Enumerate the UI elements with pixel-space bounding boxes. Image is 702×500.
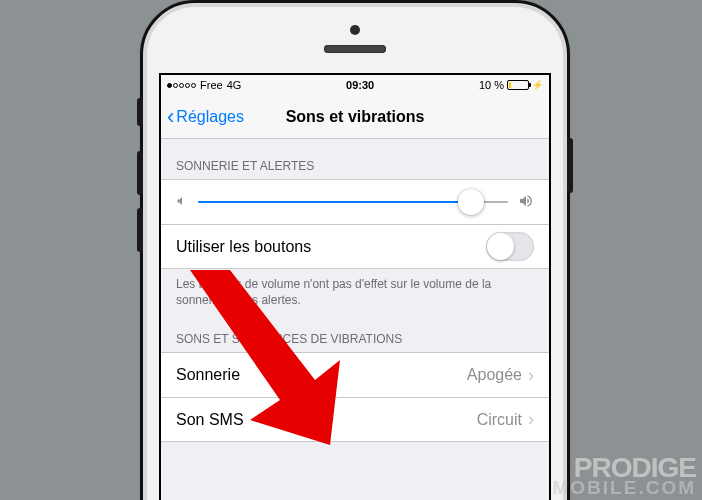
battery-icon: [507, 80, 529, 90]
use-buttons-switch[interactable]: [486, 232, 534, 261]
status-bar: Free 4G 09:30 10 % ⚡: [161, 75, 549, 95]
navigation-bar: ‹ Réglages Sons et vibrations: [161, 95, 549, 139]
volume-slider-row: [161, 180, 549, 224]
chevron-right-icon: ›: [528, 409, 534, 430]
battery-percent: 10 %: [479, 79, 504, 91]
signal-dots-icon: [167, 83, 196, 88]
page-title: Sons et vibrations: [286, 108, 425, 126]
charging-icon: ⚡: [532, 80, 543, 90]
sms-tone-value: Circuit: [477, 411, 522, 429]
carrier-label: Free: [200, 79, 223, 91]
sms-tone-label: Son SMS: [176, 411, 477, 429]
status-left: Free 4G: [167, 79, 241, 91]
chevron-left-icon: ‹: [167, 106, 174, 128]
back-label: Réglages: [176, 108, 244, 126]
volume-high-icon: [518, 193, 534, 212]
volume-up-button: [137, 151, 143, 195]
volume-slider[interactable]: [198, 201, 508, 203]
ringtone-label: Sonnerie: [176, 366, 467, 384]
watermark-line2: MOBILE.COM: [553, 480, 697, 496]
back-button[interactable]: ‹ Réglages: [167, 106, 244, 128]
ringtone-row[interactable]: Sonnerie Apogée ›: [161, 353, 549, 397]
status-right: 10 % ⚡: [479, 79, 543, 91]
volume-low-icon: [176, 195, 188, 210]
earpiece-speaker: [324, 45, 386, 53]
watermark: PRODIGE MOBILE.COM: [553, 456, 697, 496]
slider-thumb[interactable]: [458, 189, 484, 215]
section-footer-buttons: Les boutons de volume n'ont pas d'effet …: [161, 269, 549, 312]
mute-switch: [137, 98, 143, 126]
volume-down-button: [137, 208, 143, 252]
screen: Free 4G 09:30 10 % ⚡ ‹ Réglages Sons et …: [159, 73, 551, 500]
power-button: [567, 138, 573, 193]
phone-frame: Free 4G 09:30 10 % ⚡ ‹ Réglages Sons et …: [140, 0, 570, 500]
ringer-group: Utiliser les boutons: [161, 179, 549, 269]
use-buttons-row[interactable]: Utiliser les boutons: [161, 224, 549, 268]
chevron-right-icon: ›: [528, 365, 534, 386]
front-camera: [350, 25, 360, 35]
use-buttons-label: Utiliser les boutons: [176, 238, 486, 256]
network-label: 4G: [227, 79, 242, 91]
section-header-patterns: SONS ET SÉQUENCES DE VIBRATIONS: [161, 312, 549, 352]
section-header-ringer: SONNERIE ET ALERTES: [161, 139, 549, 179]
patterns-group: Sonnerie Apogée › Son SMS Circuit ›: [161, 352, 549, 442]
sms-tone-row[interactable]: Son SMS Circuit ›: [161, 397, 549, 441]
clock: 09:30: [346, 79, 374, 91]
ringtone-value: Apogée: [467, 366, 522, 384]
